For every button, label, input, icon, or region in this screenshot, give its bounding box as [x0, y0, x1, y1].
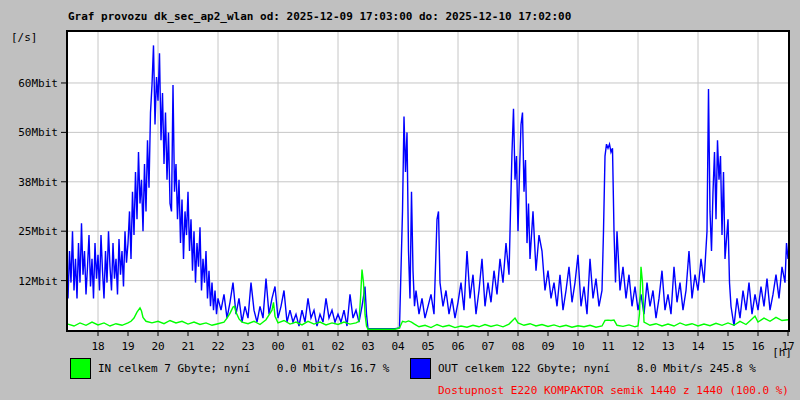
x-tick-label: 10	[571, 340, 584, 353]
x-tick-label: 23	[241, 340, 254, 353]
x-tick-label: 04	[391, 340, 405, 353]
legend-in-swatch	[70, 358, 91, 379]
availability-note: Dostupnost E220 KOMPAKTOR semik 1440 z 1…	[438, 384, 789, 397]
legend-in-label: IN celkem 7 Gbyte; nyní 0.0 Mbit/s 16.7 …	[98, 362, 389, 375]
x-tick-label: 02	[331, 340, 344, 353]
mrtg-page: { "title": "Graf provozu dk_sec_ap2_wlan…	[0, 0, 800, 400]
y-tick-label: 38Mbit	[18, 176, 58, 189]
x-tick-label: 06	[451, 340, 464, 353]
x-tick-label: 14	[691, 340, 705, 353]
x-tick-label: 03	[361, 340, 374, 353]
y-tick-label: 60Mbit	[18, 77, 58, 90]
legend-out-swatch	[410, 358, 431, 379]
x-tick-label: 15	[721, 340, 734, 353]
x-tick-label: 09	[541, 340, 554, 353]
x-tick-label: 18	[91, 340, 104, 353]
x-tick-label: 08	[511, 340, 524, 353]
x-tick-label: 20	[151, 340, 164, 353]
y-tick-label: 50Mbit	[18, 126, 58, 139]
y-tick-label: 12Mbit	[18, 275, 58, 288]
x-tick-label: 11	[601, 340, 614, 353]
legend-out-label: OUT celkem 122 Gbyte; nyní 8.0 Mbit/s 24…	[438, 362, 756, 375]
x-tick-label: 13	[661, 340, 674, 353]
y-tick-label: 25Mbit	[18, 225, 58, 238]
x-tick-label: 21	[181, 340, 194, 353]
x-tick-label: 01	[301, 340, 314, 353]
x-tick-label: 12	[631, 340, 644, 353]
x-tick-label: 22	[211, 340, 224, 353]
x-axis-unit-label: [h]	[760, 346, 792, 359]
x-tick-label: 07	[481, 340, 494, 353]
x-tick-label: 05	[421, 340, 434, 353]
x-tick-label: 19	[121, 340, 134, 353]
x-tick-label: 00	[271, 340, 284, 353]
traffic-chart: 12Mbit25Mbit38Mbit50Mbit60Mbit1819202122…	[0, 0, 800, 400]
